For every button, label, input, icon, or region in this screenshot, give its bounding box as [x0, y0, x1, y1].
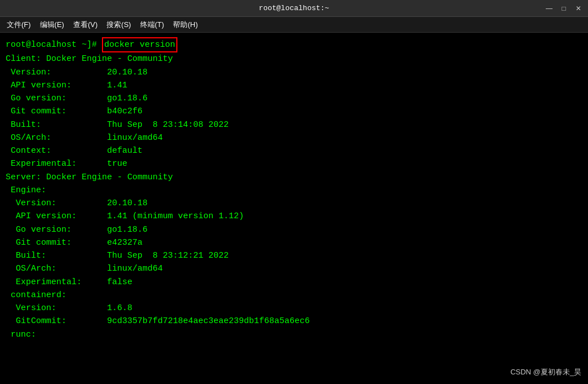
terminal-line: Client: Docker Engine - Community: [6, 52, 582, 65]
close-button[interactable]: ✕: [573, 3, 583, 14]
terminal-line: Experimental: false: [6, 276, 582, 289]
terminal-line: Version: 20.10.18: [6, 66, 582, 79]
menu-bar: 文件(F) 编辑(E) 查看(V) 搜索(S) 终端(T) 帮助(H): [0, 17, 588, 33]
terminal-line: Version: 1.6.8: [6, 302, 582, 315]
menu-edit[interactable]: 编辑(E): [35, 19, 69, 31]
menu-view[interactable]: 查看(V): [69, 19, 102, 31]
maximize-button[interactable]: □: [559, 3, 569, 14]
terminal-line: Engine:: [6, 184, 582, 197]
terminal-line: Built: Thu Sep 8 23:12:21 2022: [6, 249, 582, 262]
terminal-line: Context: default: [6, 144, 582, 157]
terminal-line: OS/Arch: linux/amd64: [6, 262, 582, 275]
window-title: root@localhost:~: [259, 4, 329, 12]
terminal-line: Version: 20.10.18: [6, 197, 582, 210]
command-text: docker version: [102, 37, 177, 52]
window-controls: — □ ✕: [544, 3, 583, 14]
prompt-line: root@localhost ~]# docker version: [6, 37, 582, 52]
terminal-line: API version: 1.41 (minimum version 1.12): [6, 210, 582, 223]
menu-file[interactable]: 文件(F): [2, 19, 35, 31]
terminal-line: OS/Arch: linux/amd64: [6, 131, 582, 144]
terminal-line: Go version: go1.18.6: [6, 92, 582, 105]
minimize-button[interactable]: —: [544, 3, 554, 14]
menu-terminal[interactable]: 终端(T): [136, 19, 169, 31]
terminal-line: Go version: go1.18.6: [6, 223, 582, 236]
menu-help[interactable]: 帮助(H): [168, 19, 202, 31]
menu-search[interactable]: 搜索(S): [102, 19, 135, 31]
terminal-line: Experimental: true: [6, 157, 582, 170]
terminal-line: containerd:: [6, 289, 582, 302]
terminal-line: Built: Thu Sep 8 23:14:08 2022: [6, 118, 582, 131]
terminal-window: root@localhost:~ — □ ✕ 文件(F) 编辑(E) 查看(V)…: [0, 0, 588, 384]
output-area: Client: Docker Engine - Community Versio…: [6, 52, 582, 341]
terminal-line: runc:: [6, 328, 582, 341]
title-bar: root@localhost:~ — □ ✕: [0, 0, 588, 17]
terminal-line: API version: 1.41: [6, 79, 582, 92]
terminal-body[interactable]: root@localhost ~]# docker version Client…: [0, 33, 588, 384]
prompt-text: root@localhost ~]#: [6, 38, 102, 51]
terminal-line: Git commit: e42327a: [6, 236, 582, 249]
terminal-line: Git commit: b40c2f6: [6, 105, 582, 118]
terminal-line: GitCommit: 9cd3357b7fd7218e4aec3eae239db…: [6, 315, 582, 328]
terminal-line: Server: Docker Engine - Community: [6, 171, 582, 184]
watermark: CSDN @夏初春未_昊: [510, 367, 581, 377]
